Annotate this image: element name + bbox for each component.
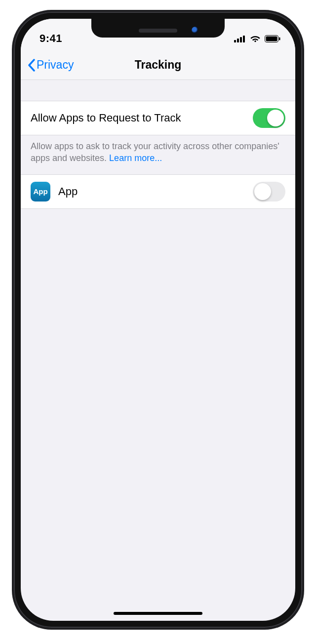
status-time: 9:41 [40, 32, 62, 45]
screen: 9:41 Privacy Tracking Allow Apps to Requ… [21, 19, 295, 621]
wifi-icon [250, 35, 261, 42]
page-title: Tracking [135, 58, 182, 72]
svg-rect-1 [237, 39, 239, 42]
status-icons [234, 35, 280, 42]
svg-rect-0 [234, 40, 236, 42]
cellular-icon [234, 35, 246, 42]
svg-rect-2 [240, 37, 242, 42]
navigation-bar: Privacy Tracking [21, 50, 295, 80]
learn-more-link[interactable]: Learn more... [109, 153, 162, 163]
back-label: Privacy [37, 58, 74, 72]
tracking-settings-group: Allow Apps to Request to Track Allow app… [21, 101, 295, 174]
back-button[interactable]: Privacy [28, 58, 74, 72]
allow-tracking-cell: Allow Apps to Request to Track [21, 101, 295, 135]
notch [91, 19, 225, 38]
app-icon: App [31, 182, 50, 201]
battery-icon [265, 35, 280, 42]
svg-rect-6 [279, 37, 280, 40]
svg-rect-5 [266, 36, 277, 41]
app-tracking-cell: App App [21, 174, 295, 209]
tracking-footer: Allow apps to ask to track your activity… [21, 135, 295, 174]
allow-tracking-toggle[interactable] [253, 108, 285, 128]
app-name-label: App [58, 185, 253, 198]
apps-group: App App [21, 174, 295, 209]
app-tracking-toggle[interactable] [253, 182, 285, 201]
spacer [21, 80, 295, 101]
phone-frame: 9:41 Privacy Tracking Allow Apps to Requ… [12, 10, 304, 630]
home-indicator[interactable] [114, 612, 202, 615]
chevron-left-icon [28, 59, 36, 72]
svg-rect-3 [243, 36, 245, 42]
allow-tracking-label: Allow Apps to Request to Track [31, 112, 253, 124]
